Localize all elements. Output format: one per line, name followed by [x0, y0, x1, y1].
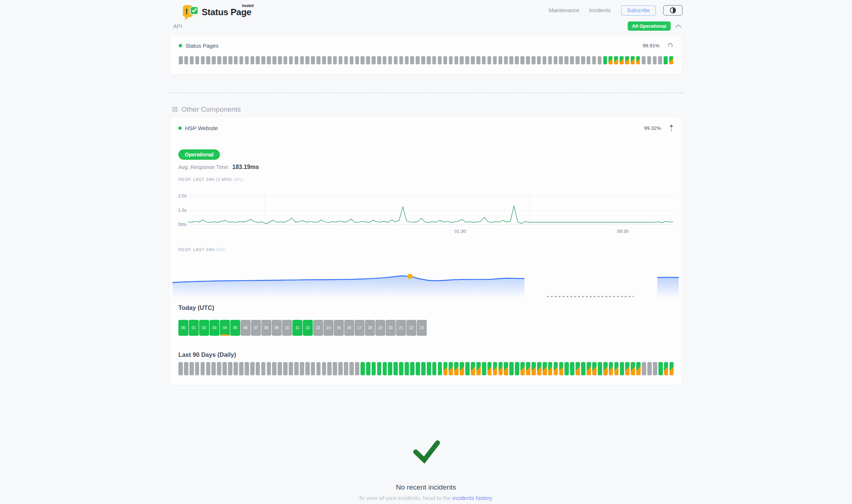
uptime-bar[interactable]	[454, 362, 459, 375]
hour-block-10[interactable]: 10	[282, 320, 292, 336]
uptime-bar[interactable]	[438, 56, 442, 64]
uptime-bar[interactable]	[245, 56, 249, 64]
hour-block-15[interactable]: 15	[334, 320, 344, 336]
uptime-bar[interactable]	[515, 56, 519, 64]
logo[interactable]: ! Status Pagehosted	[182, 4, 251, 21]
uptime-bar[interactable]	[499, 56, 503, 64]
data-point-marker[interactable]	[407, 274, 413, 279]
hour-block-21[interactable]: 21	[396, 320, 406, 336]
uptime-bar[interactable]	[388, 56, 392, 64]
uptime-bar[interactable]	[300, 56, 304, 64]
uptime-bar[interactable]	[278, 362, 282, 375]
uptime-bar[interactable]	[465, 362, 470, 375]
uptime-bar[interactable]	[504, 56, 508, 64]
uptime-bar[interactable]	[295, 56, 299, 64]
uptime-bar[interactable]	[581, 362, 586, 375]
uptime-bar[interactable]	[432, 56, 436, 64]
uptime-bar[interactable]	[283, 362, 288, 375]
nav-maintenance[interactable]: Maintenance	[549, 7, 580, 13]
uptime-bar[interactable]	[625, 56, 629, 64]
hour-block-12[interactable]: 12	[303, 320, 313, 336]
uptime-bar[interactable]	[443, 56, 447, 64]
uptime-bar[interactable]	[350, 56, 354, 64]
uptime-bar[interactable]	[311, 56, 315, 64]
uptime-bar[interactable]	[454, 56, 459, 64]
uptime-bar[interactable]	[570, 362, 574, 375]
uptime-bar[interactable]	[284, 56, 288, 64]
uptime-bar[interactable]	[526, 56, 530, 64]
hour-block-22[interactable]: 22	[406, 320, 416, 336]
uptime-bar[interactable]	[482, 362, 486, 375]
uptime-bar[interactable]	[322, 56, 326, 64]
uptime-bar[interactable]	[360, 56, 365, 64]
hour-block-23[interactable]: 23	[417, 320, 427, 336]
uptime-bar[interactable]	[338, 362, 343, 375]
uptime-bar[interactable]	[669, 56, 673, 64]
uptime-bar[interactable]	[564, 56, 568, 64]
uptime-bar[interactable]	[603, 56, 607, 64]
uptime-bar[interactable]	[537, 362, 541, 375]
uptime-bar[interactable]	[427, 56, 431, 64]
uptime-bar[interactable]	[261, 362, 266, 375]
uptime-bar[interactable]	[228, 362, 232, 375]
uptime-bar[interactable]	[576, 56, 580, 64]
uptime-bar[interactable]	[548, 362, 553, 375]
uptime-bar[interactable]	[449, 362, 453, 375]
uptime-bar[interactable]	[614, 56, 618, 64]
uptime-bar[interactable]	[631, 56, 635, 64]
uptime-bar[interactable]	[592, 362, 597, 375]
uptime-bar[interactable]	[339, 56, 343, 64]
uptime-bar[interactable]	[476, 362, 481, 375]
uptime-bar[interactable]	[587, 362, 591, 375]
uptime-bar[interactable]	[184, 362, 188, 375]
uptime-bar[interactable]	[256, 56, 260, 64]
uptime-bar[interactable]	[653, 56, 657, 64]
uptime-bar[interactable]	[421, 56, 425, 64]
uptime-bar[interactable]	[305, 56, 309, 64]
uptime-bar[interactable]	[647, 56, 651, 64]
uptime-bar[interactable]	[625, 362, 630, 375]
uptime-bar[interactable]	[647, 362, 652, 375]
uptime-bar[interactable]	[206, 56, 210, 64]
uptime-bar[interactable]	[211, 362, 216, 375]
uptime-bar[interactable]	[372, 56, 376, 64]
uptime-bar[interactable]	[537, 56, 541, 64]
uptime-bar[interactable]	[482, 56, 486, 64]
uptime-bar[interactable]	[333, 362, 337, 375]
uptime-bar[interactable]	[421, 362, 426, 375]
uptime-bar[interactable]	[234, 362, 238, 375]
uptime-bar[interactable]	[322, 362, 326, 375]
hour-block-14[interactable]: 14	[323, 320, 333, 336]
hour-block-00[interactable]: 00	[178, 320, 188, 336]
uptime-bar[interactable]	[316, 362, 321, 375]
uptime-bar[interactable]	[438, 362, 442, 375]
uptime-bar[interactable]	[366, 56, 370, 64]
uptime-bar[interactable]	[206, 362, 211, 375]
uptime-bar[interactable]	[272, 362, 276, 375]
uptime-bar[interactable]	[383, 56, 387, 64]
uptime-bar[interactable]	[509, 56, 513, 64]
uptime-bar[interactable]	[261, 56, 265, 64]
uptime-bar[interactable]	[251, 56, 255, 64]
uptime-bar[interactable]	[559, 56, 563, 64]
uptime-bar[interactable]	[327, 362, 332, 375]
uptime-bar[interactable]	[328, 56, 332, 64]
uptime-bar[interactable]	[217, 362, 221, 375]
hour-block-02[interactable]: 02	[199, 320, 209, 336]
uptime-bar[interactable]	[250, 362, 255, 375]
uptime-bar[interactable]	[405, 362, 409, 375]
uptime-bar[interactable]	[658, 56, 662, 64]
hour-block-17[interactable]: 17	[355, 320, 365, 336]
uptime-bar[interactable]	[543, 56, 547, 64]
uptime-bar[interactable]	[195, 362, 199, 375]
uptime-bar[interactable]	[620, 362, 624, 375]
incidents-history-link[interactable]: incidents history	[452, 495, 492, 501]
uptime-bar[interactable]	[509, 362, 514, 375]
uptime-bar[interactable]	[432, 362, 437, 375]
uptime-bar[interactable]	[564, 362, 569, 375]
hour-block-20[interactable]: 20	[386, 320, 396, 336]
uptime-bar[interactable]	[449, 56, 453, 64]
uptime-bar[interactable]	[427, 362, 431, 375]
uptime-bar[interactable]	[344, 362, 348, 375]
uptime-bar[interactable]	[294, 362, 299, 375]
